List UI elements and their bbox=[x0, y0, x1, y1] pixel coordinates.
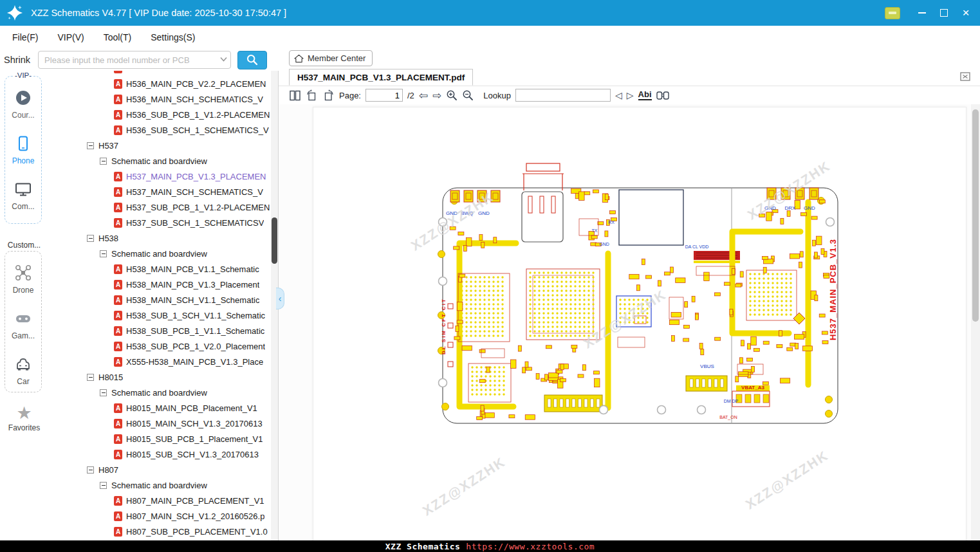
sidebar-item-phone[interactable]: Phone bbox=[5, 135, 41, 165]
zoom-out-icon[interactable] bbox=[462, 89, 474, 101]
app-logo-icon bbox=[6, 5, 23, 21]
tree-file-item[interactable]: AH537_MAIN_SCH_SCHEMATICS_V bbox=[48, 184, 278, 199]
binoculars-icon[interactable] bbox=[656, 90, 669, 100]
collapse-expander-icon[interactable] bbox=[100, 250, 107, 257]
menu-item-settings[interactable]: Settings(S) bbox=[141, 32, 205, 42]
pdf-file-icon: A bbox=[114, 450, 122, 459]
tree-file-item[interactable]: AH536_MAIN_PCB_V2.2_PLACEMEN bbox=[48, 76, 278, 91]
tree-group-item[interactable]: H8015 bbox=[48, 369, 278, 385]
menu-item-vip[interactable]: VIP(V) bbox=[48, 32, 93, 42]
favorites-label: Favorites bbox=[0, 423, 48, 432]
tree-subgroup-item[interactable]: Schematic and boardview bbox=[48, 477, 278, 493]
pdf-file-icon: A bbox=[114, 357, 122, 367]
tree-item-label: H536_MAIN_PCB_V2.2_PLACEMEN bbox=[126, 79, 266, 89]
favorites-button[interactable]: ★ Favorites bbox=[0, 404, 48, 432]
collapse-expander-icon[interactable] bbox=[100, 158, 107, 165]
collapse-expander-icon[interactable] bbox=[87, 466, 94, 474]
watermark-text: XZZ@XZZHK bbox=[743, 448, 831, 512]
find-previous-icon[interactable]: ◁ bbox=[615, 91, 622, 100]
pdf-file-icon: A bbox=[114, 527, 122, 537]
close-document-icon[interactable] bbox=[960, 71, 972, 82]
rotate-left-icon[interactable] bbox=[306, 89, 318, 101]
sidebar-item-com[interactable]: Com... bbox=[5, 181, 41, 211]
maximize-button[interactable] bbox=[935, 5, 953, 21]
sidebar-item-label: Com... bbox=[12, 202, 34, 211]
lookup-input[interactable] bbox=[515, 89, 611, 102]
tree-file-item[interactable]: AH807_MAIN_SCH_V1.2_20160526.p bbox=[48, 508, 278, 524]
sidebar-item-label: Drone bbox=[13, 286, 34, 295]
pcb-label: DRX bbox=[785, 205, 797, 211]
tree-item-label: H536_SUB_PCB_1_V1.2-PLACEMEN bbox=[126, 110, 270, 120]
tree-file-item[interactable]: AH538_MAIN_PCB_V1.3_Placement bbox=[48, 277, 278, 292]
tree-file-item[interactable]: AH807_SUB_PCB_PLACEMENT_V1.0 bbox=[48, 524, 278, 539]
menu-item-tool[interactable]: Tool(T) bbox=[94, 32, 142, 42]
previous-page-icon[interactable]: ⇦ bbox=[419, 90, 428, 101]
tree-file-item[interactable]: AH537_SUB_SCH_1_SCHEMATICSV bbox=[48, 215, 278, 230]
sidebar-item-cour[interactable]: Cour... bbox=[5, 89, 41, 120]
model-search-combobox bbox=[38, 51, 231, 69]
shrink-button[interactable]: Shrink bbox=[4, 55, 30, 65]
tree-file-item[interactable]: A bbox=[48, 71, 278, 76]
close-button[interactable]: × bbox=[957, 5, 975, 21]
collapse-expander-icon[interactable] bbox=[87, 142, 94, 149]
tree-file-item[interactable]: AH8015_SUB_PCB_1_Placement_V1 bbox=[48, 431, 278, 446]
model-search-input[interactable] bbox=[38, 51, 231, 69]
tree-file-item[interactable]: AH807_MAIN_PCB_PLACEMENT_V1 bbox=[48, 493, 278, 508]
tree-file-item[interactable]: AH537_SUB_PCB_1_V1.2-PLACEMEN bbox=[48, 199, 278, 215]
sidebar-item-drone[interactable]: Drone bbox=[5, 264, 41, 295]
pdf-canvas: GNDBWQGNDRXTXGNDDA CL VDDGNDDRXGNDVBUSVB… bbox=[279, 104, 971, 540]
collapse-expander-icon[interactable] bbox=[100, 389, 107, 396]
sidebar-item-gam[interactable]: Gam... bbox=[5, 310, 41, 340]
status-url-link[interactable]: https://www.xzztools.com bbox=[466, 542, 595, 551]
pdf-file-icon: A bbox=[114, 172, 122, 181]
tree-group-item[interactable]: H807 bbox=[48, 462, 278, 477]
tree-file-item[interactable]: AH538_SUB_PCB_1_V2.0_Placement bbox=[48, 338, 278, 354]
pdf-scrollbar-thumb[interactable] bbox=[972, 109, 979, 322]
member-center-button[interactable]: Member Center bbox=[289, 50, 373, 66]
tree-item-label: Schematic and boardview bbox=[111, 249, 207, 259]
match-case-button[interactable]: Abi bbox=[638, 90, 652, 100]
collapse-expander-icon[interactable] bbox=[100, 482, 107, 489]
tree-file-item[interactable]: AH8015_MAIN_SCH_V1.3_20170613 bbox=[48, 416, 278, 431]
document-tab[interactable]: H537_MAIN_PCB_V1.3_PLACEMENT.pdf bbox=[289, 69, 473, 86]
tree-file-item[interactable]: AH538_SUB_PCB_1_V1.1_Schematic bbox=[48, 323, 278, 338]
page-total: /2 bbox=[407, 91, 414, 100]
dual-page-view-icon[interactable] bbox=[289, 90, 301, 101]
tree-file-item[interactable]: AH536_MAIN_SCH_SCHEMATICS_V bbox=[48, 91, 278, 107]
tree-file-item[interactable]: AH538_MAIN_SCH_V1.1_Schematic bbox=[48, 292, 278, 308]
document-tab-bar: H537_MAIN_PCB_V1.3_PLACEMENT.pdf bbox=[279, 69, 980, 86]
viewer-area: Member Center H537_MAIN_PCB_V1.3_PLACEME… bbox=[279, 49, 980, 540]
tree-item-label: H538_MAIN_PCB_V1.1_Schematic bbox=[126, 264, 259, 274]
tree-file-item[interactable]: AH8015_SUB_SCH_V1.3_20170613 bbox=[48, 446, 278, 462]
zoom-in-icon[interactable] bbox=[446, 89, 458, 101]
collapse-expander-icon[interactable] bbox=[87, 235, 94, 242]
tree-group-item[interactable]: H538 bbox=[48, 230, 278, 246]
tree-subgroup-item[interactable]: Schematic and boardview bbox=[48, 246, 278, 261]
collapse-panel-handle[interactable]: ‹ bbox=[276, 288, 284, 309]
tree-file-item[interactable]: AH538_MAIN_PCB_V1.1_Schematic bbox=[48, 261, 278, 277]
menu-item-file[interactable]: File(F) bbox=[3, 32, 48, 42]
tree-file-item[interactable]: AH536_SUB_PCB_1_V1.2-PLACEMEN bbox=[48, 107, 278, 122]
tree-file-item[interactable]: AX555-H538_MAIN_PCB_V1.3_Place bbox=[48, 354, 278, 369]
next-page-icon[interactable]: ⇨ bbox=[432, 90, 441, 101]
tree-file-item[interactable]: AH537_MAIN_PCB_V1.3_PLACEMEN bbox=[48, 169, 278, 184]
collapse-expander-icon[interactable] bbox=[87, 374, 94, 381]
sidebar-item-label: Phone bbox=[12, 156, 35, 165]
find-next-icon[interactable]: ▷ bbox=[627, 91, 634, 100]
sidebar-item-car[interactable]: Car bbox=[5, 356, 41, 386]
tree-file-item[interactable]: AH538_SUB_1_SCH_V1.1_Schematic bbox=[48, 308, 278, 323]
minimize-button[interactable] bbox=[913, 5, 931, 21]
pdf-file-icon: A bbox=[114, 496, 122, 506]
chevron-down-icon[interactable] bbox=[220, 57, 227, 62]
tree-file-item[interactable]: AH536_SUB_SCH_1_SCHEMATICS_V bbox=[48, 122, 278, 138]
tree-subgroup-item[interactable]: Schematic and boardview bbox=[48, 385, 278, 400]
tree-subgroup-item[interactable]: Schematic and boardview bbox=[48, 153, 278, 169]
rotate-right-icon[interactable] bbox=[322, 89, 335, 101]
page-number-input[interactable] bbox=[365, 89, 403, 102]
search-button[interactable] bbox=[237, 51, 267, 69]
tree-file-item[interactable]: AH8015_MAIN_PCB_Placement_V1 bbox=[48, 400, 278, 416]
license-icon[interactable] bbox=[885, 7, 900, 19]
tree-group-item[interactable]: H537 bbox=[48, 138, 278, 153]
pdf-scrollbar[interactable] bbox=[971, 104, 980, 540]
tree-scrollbar-thumb[interactable] bbox=[272, 217, 277, 264]
